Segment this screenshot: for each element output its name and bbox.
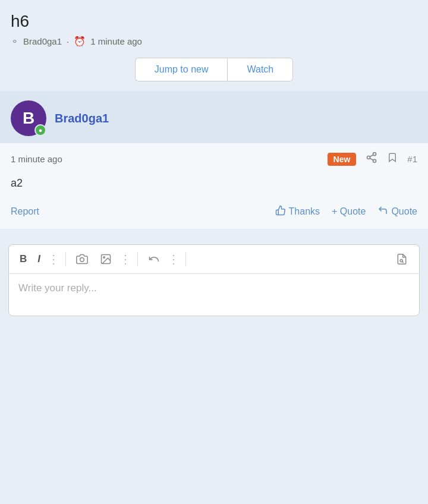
- bookmark-icon[interactable]: [387, 152, 398, 166]
- post-time: 1 minute ago: [11, 154, 62, 164]
- post-body: 1 minute ago New #1: [0, 143, 428, 229]
- reply-editor: B I ⋮ ⋮: [0, 236, 428, 316]
- reply-quote-label: Quote: [391, 206, 417, 217]
- svg-line-3: [370, 158, 373, 160]
- image-button[interactable]: [96, 251, 116, 267]
- divider-3: [185, 252, 186, 266]
- bold-icon: B: [20, 253, 27, 265]
- plus-quote-button[interactable]: + Quote: [332, 206, 366, 217]
- avatar-wrapper: B ●: [11, 100, 46, 136]
- post-username[interactable]: Brad0ga1: [55, 112, 109, 125]
- editor-toolbar: B I ⋮ ⋮: [9, 245, 419, 274]
- italic-icon: I: [37, 253, 40, 265]
- thanks-label: Thanks: [289, 206, 320, 217]
- dots-icon-2[interactable]: ⋮: [119, 252, 131, 266]
- post-card: B ● Brad0ga1 1 minute ago New: [0, 91, 428, 229]
- divider-2: [137, 252, 138, 266]
- editor-box: B I ⋮ ⋮: [8, 244, 420, 316]
- jump-to-new-button[interactable]: Jump to new: [135, 58, 228, 81]
- dots-icon-1[interactable]: ⋮: [48, 252, 59, 266]
- svg-point-1: [367, 156, 370, 159]
- post-header: B ● Brad0ga1: [0, 91, 428, 143]
- post-content: a2: [0, 172, 428, 199]
- bold-button[interactable]: B: [16, 251, 30, 267]
- dots-icon-3[interactable]: ⋮: [168, 252, 180, 266]
- topic-actions: Jump to new Watch: [11, 58, 417, 81]
- post-meta-row: 1 minute ago New #1: [0, 143, 428, 172]
- post-footer: Report Thanks + Quote Quo: [0, 199, 428, 229]
- file-search-button[interactable]: [392, 251, 412, 267]
- topic-author: Brad0ga1: [23, 36, 62, 46]
- svg-line-9: [402, 262, 404, 263]
- reply-quote-icon: [377, 205, 388, 218]
- editor-placeholder: Write your reply...: [18, 282, 97, 294]
- online-icon: ●: [39, 127, 43, 134]
- file-search-icon: [395, 253, 408, 265]
- svg-point-0: [373, 153, 376, 156]
- topic-meta: ⚬ Brad0ga1 · ⏰ 1 minute ago: [11, 36, 417, 47]
- new-badge: New: [328, 153, 357, 166]
- post-meta-right: New #1: [328, 152, 417, 166]
- user-icon: ⚬: [11, 36, 18, 47]
- svg-point-8: [400, 259, 402, 262]
- undo-icon: [147, 253, 160, 265]
- svg-point-2: [373, 159, 376, 162]
- watch-button[interactable]: Watch: [227, 58, 293, 81]
- topic-title: h6: [11, 12, 417, 31]
- reply-quote-button[interactable]: Quote: [377, 205, 417, 218]
- image-icon: [99, 253, 112, 265]
- svg-line-4: [370, 155, 373, 156]
- online-badge: ●: [34, 124, 46, 136]
- post-text: a2: [11, 177, 23, 189]
- section-divider: [0, 229, 428, 236]
- camera-icon: [75, 253, 89, 265]
- clock-icon: ⏰: [74, 36, 86, 47]
- undo-button[interactable]: [144, 251, 164, 267]
- report-button[interactable]: Report: [11, 206, 39, 217]
- camera-button[interactable]: [72, 251, 92, 267]
- editor-content[interactable]: Write your reply...: [9, 274, 419, 316]
- thumbsup-icon: [275, 205, 286, 218]
- topic-time: 1 minute ago: [90, 36, 142, 46]
- header-section: h6 ⚬ Brad0ga1 · ⏰ 1 minute ago Jump to n…: [0, 0, 428, 91]
- italic-button[interactable]: I: [34, 251, 44, 267]
- svg-point-5: [80, 258, 84, 262]
- post-number: #1: [407, 154, 417, 164]
- meta-dot: ·: [67, 36, 69, 46]
- avatar-letter: B: [23, 109, 34, 128]
- svg-point-7: [103, 257, 105, 259]
- thanks-button[interactable]: Thanks: [275, 205, 320, 218]
- share-icon[interactable]: [366, 152, 377, 166]
- divider-1: [65, 252, 66, 266]
